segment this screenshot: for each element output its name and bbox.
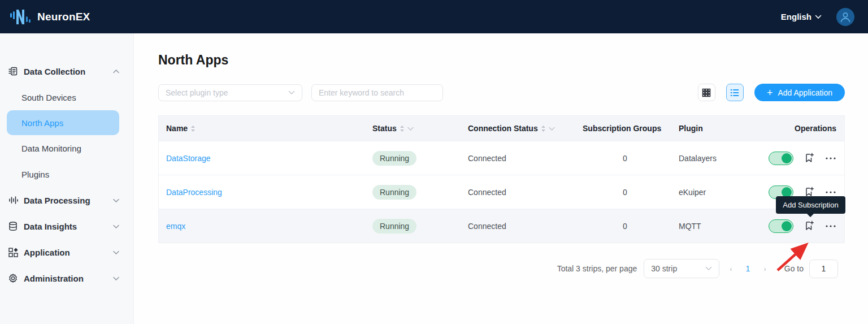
sidebar-item-data-insights[interactable]: Data Insights [0,213,133,239]
brand-name: NeuronEX [37,11,90,23]
column-header-subscription-groups: Subscription Groups [577,124,673,133]
connection-status: Connected [468,222,506,231]
sidebar-item-application[interactable]: Application [0,239,133,265]
sidebar-item-label: Plugins [21,170,49,179]
status-badge: Running [372,185,416,200]
neuronex-logo-icon [9,7,32,27]
table-header-row: Name Status Connection Status [159,116,844,141]
ellipsis-icon[interactable] [825,224,836,228]
sidebar-item-label: North Apps [21,118,63,128]
connection-status: Connected [468,188,506,197]
enable-toggle[interactable] [769,152,793,165]
prev-page-button[interactable]: ‹ [725,265,736,273]
table-row: DataProcessing Running Connected 0 eKuip… [159,175,844,209]
subscription-groups-count: 0 [583,222,667,231]
chevron-down-icon [288,90,295,95]
app-name-link[interactable]: DataProcessing [166,188,222,197]
user-avatar[interactable] [836,8,854,26]
user-avatar-icon [839,11,852,23]
plugin-name: Datalayers [679,154,717,163]
brand: NeuronEX [9,7,90,27]
bookmark-plus-icon[interactable] [804,221,814,231]
list-view-button[interactable] [726,84,744,101]
chevron-down-icon [113,250,119,254]
table-row: emqx Running Connected 0 MQTT [159,209,844,243]
column-header-connection-status[interactable]: Connection Status [464,124,577,133]
next-page-button[interactable]: › [759,265,770,273]
plugin-name: eKuiper [679,188,706,197]
sidebar-item-label: South Devices [21,93,76,102]
list-view-icon [730,89,739,97]
filter-chevron-icon[interactable] [549,127,555,131]
add-application-button[interactable]: + Add Application [754,84,845,101]
sidebar-item-data-processing[interactable]: Data Processing [0,187,133,213]
north-apps-table: Name Status Connection Status [158,115,845,243]
sidebar-item-plugins[interactable]: Plugins [0,161,133,187]
sort-carets-icon[interactable] [541,125,546,132]
sidebar-item-data-monitoring[interactable]: Data Monitoring [0,135,133,161]
column-header-status[interactable]: Status [368,124,464,133]
data-collection-icon [8,66,18,76]
sidebar-item-label: Data Monitoring [21,144,81,153]
sidebar-item-label: Administration [24,274,113,283]
sidebar-item-label: Data Processing [24,196,113,205]
app-name-link[interactable]: emqx [166,222,185,231]
ellipsis-icon[interactable] [825,191,836,194]
pagination-total-text: Total 3 strips, per page [557,264,637,273]
filter-chevron-icon[interactable] [407,127,414,131]
column-header-operations: Operations [761,124,844,133]
plugin-type-select[interactable]: Select plugin type [158,84,302,101]
subscription-groups-count: 0 [583,154,667,163]
data-processing-icon [8,195,18,205]
app-name-link[interactable]: DataStorage [166,154,211,163]
sidebar-item-administration[interactable]: Administration [0,265,133,291]
main-content: North Apps Select plugin type [134,33,868,324]
enable-toggle[interactable] [769,219,793,233]
bookmark-plus-icon[interactable] [804,153,814,163]
sort-carets-icon[interactable] [400,125,405,132]
sidebar-item-data-collection[interactable]: Data Collection [0,58,133,84]
administration-gear-icon [8,273,18,283]
language-selector[interactable]: English [781,12,822,21]
sidebar-item-label: Data Insights [24,222,113,231]
sort-carets-icon[interactable] [190,125,196,132]
page-title: North Apps [158,53,845,68]
plus-icon: + [767,88,773,98]
chevron-down-icon [113,277,119,280]
pagination: Total 3 strips, per page 30 strip ‹ 1 › … [158,259,838,278]
page-size-select[interactable]: 30 strip [644,259,719,278]
sidebar-item-label: Application [24,248,113,257]
chevron-down-icon [113,198,119,202]
card-view-icon [702,88,711,97]
chevron-up-icon [113,70,119,74]
status-badge: Running [372,151,416,166]
plugin-type-placeholder: Select plugin type [166,88,228,97]
sidebar-item-label: Data Collection [24,67,113,76]
add-application-label: Add Application [778,88,832,97]
column-header-name[interactable]: Name [159,124,368,133]
sidebar-item-north-apps[interactable]: North Apps [7,110,119,135]
chevron-down-icon [113,224,119,228]
connection-status: Connected [468,154,506,163]
application-icon [8,247,18,257]
plugin-name: MQTT [679,222,701,231]
chevron-down-icon [705,266,712,271]
goto-page-input[interactable] [809,260,838,278]
goto-label: Go to [784,264,804,273]
add-subscription-tooltip: Add Subscription [776,196,845,214]
keyword-search-input[interactable] [311,84,443,101]
top-header: NeuronEX English [0,0,868,33]
status-badge: Running [372,219,416,234]
column-header-plugin: Plugin [673,124,761,133]
sidebar-item-south-devices[interactable]: South Devices [0,84,133,110]
data-insights-icon [8,221,18,231]
sidebar: Data Collection South Devices North Apps… [0,33,134,324]
page-size-value: 30 strip [651,264,677,273]
ellipsis-icon[interactable] [825,157,836,160]
table-row: DataStorage Running Connected 0 Datalaye… [159,141,844,175]
subscription-groups-count: 0 [583,188,667,197]
current-page[interactable]: 1 [743,264,754,273]
card-view-button[interactable] [698,84,715,101]
language-label: English [781,12,811,21]
chevron-down-icon [815,15,822,19]
